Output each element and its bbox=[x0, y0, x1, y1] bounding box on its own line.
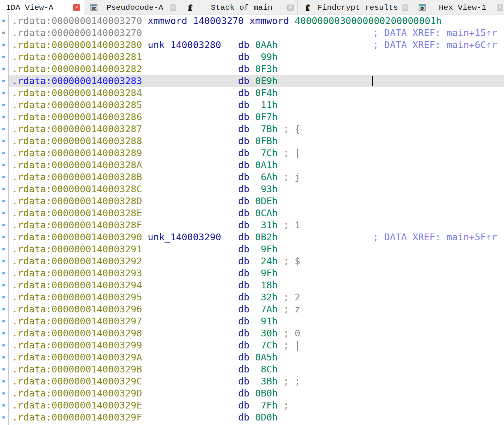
listing-row[interactable]: .rdata:000000014000329Adb0A5h bbox=[9, 351, 504, 363]
gutter-dot bbox=[2, 236, 5, 238]
byte-char-comment: ; | bbox=[278, 340, 300, 351]
listing-row[interactable]: .rdata:0000000140003292db24h; $ bbox=[9, 255, 504, 267]
listing-rows: .rdata:0000000140003270xmmword_140003270… bbox=[0, 15, 504, 423]
data-type-keyword: db bbox=[238, 75, 249, 87]
address: .rdata:0000000140003290 bbox=[12, 231, 148, 243]
address: .rdata:000000014000328E bbox=[12, 207, 148, 219]
gutter-dot bbox=[2, 368, 5, 371]
listing-row[interactable]: .rdata:0000000140003297db91h bbox=[9, 315, 504, 327]
listing-row[interactable]: .rdata:0000000140003296db7Ah; z bbox=[9, 303, 504, 315]
close-icon[interactable]: ✕ bbox=[170, 5, 176, 11]
address: .rdata:000000014000328B bbox=[12, 171, 148, 183]
byte-char-comment: ; z bbox=[278, 304, 300, 315]
close-icon[interactable]: ✕ bbox=[73, 4, 80, 11]
listing-row[interactable]: .rdata:000000014000329Edb7Fh; bbox=[9, 399, 504, 411]
address: .rdata:0000000140003295 bbox=[12, 291, 148, 303]
listing-row[interactable]: .rdata:0000000140003299db7Ch; | bbox=[9, 339, 504, 351]
address: .rdata:000000014000328C bbox=[12, 183, 148, 195]
data-value: 91h bbox=[249, 315, 278, 327]
gutter-dot bbox=[2, 140, 5, 142]
data-type-keyword: db bbox=[238, 243, 249, 255]
gutter-dot bbox=[2, 152, 5, 154]
tab-pseudocode-a[interactable]: Pseudocode-A✕ bbox=[84, 0, 180, 15]
listing-row[interactable]: .rdata:0000000140003291db9Fh bbox=[9, 243, 504, 255]
listing-row[interactable]: .rdata:0000000140003287db7Bh; { bbox=[9, 123, 504, 135]
gutter-dot bbox=[2, 392, 5, 395]
listing-row[interactable]: .rdata:0000000140003283db0E9h bbox=[9, 75, 504, 87]
listing-row[interactable]: .rdata:0000000140003270; DATA XREF: main… bbox=[9, 27, 504, 39]
gutter-dot bbox=[2, 284, 5, 286]
address: .rdata:0000000140003297 bbox=[12, 315, 148, 327]
data-type-keyword: db bbox=[238, 171, 249, 183]
byte-char-comment: ; | bbox=[278, 148, 300, 158]
data-value: 6Ah bbox=[249, 171, 278, 183]
listing-row[interactable]: .rdata:0000000140003289db7Ch; | bbox=[9, 147, 504, 159]
data-value: 0E9h bbox=[249, 75, 278, 87]
pseudocode-icon bbox=[90, 4, 98, 11]
address: .rdata:0000000140003286 bbox=[12, 111, 148, 123]
gutter-dot bbox=[2, 200, 5, 202]
gutter-dot bbox=[2, 260, 5, 262]
gutter-dot bbox=[2, 176, 5, 178]
tab-ida-view-a[interactable]: IDA View-A✕ bbox=[0, 0, 84, 15]
listing-row[interactable]: .rdata:0000000140003280unk_140003280db0A… bbox=[9, 39, 504, 51]
data-type-keyword: db bbox=[238, 207, 249, 219]
byte-char-comment: ; j bbox=[278, 172, 300, 182]
data-value: 7Fh bbox=[249, 399, 278, 411]
close-icon[interactable]: ✕ bbox=[402, 5, 408, 11]
hex-view-icon bbox=[418, 4, 426, 11]
data-value: 8Ch bbox=[249, 363, 278, 375]
tab-stack-of-main[interactable]: Stack of main✕ bbox=[180, 0, 298, 15]
byte-char-comment: ; bbox=[278, 400, 289, 411]
gutter-dot bbox=[2, 416, 5, 419]
listing-row[interactable]: .rdata:000000014000329Ddb0B0h bbox=[9, 387, 504, 399]
listing-row[interactable]: .rdata:0000000140003282db0F3h bbox=[9, 63, 504, 75]
tab-findcrypt-results[interactable]: Findcrypt results✕ bbox=[298, 0, 412, 15]
close-icon[interactable]: ✕ bbox=[497, 5, 503, 11]
gutter-dot bbox=[2, 380, 5, 383]
listing-row[interactable]: .rdata:000000014000329Fdb0D0h bbox=[9, 411, 504, 423]
address: .rdata:0000000140003270 bbox=[12, 27, 148, 39]
listing-row[interactable]: .rdata:0000000140003294db18h bbox=[9, 279, 504, 291]
address: .rdata:0000000140003282 bbox=[12, 63, 148, 75]
data-value: 0A5h bbox=[249, 351, 278, 363]
disassembly-listing: .rdata:0000000140003270xmmword_140003270… bbox=[0, 15, 504, 425]
data-value: 0F3h bbox=[249, 63, 278, 75]
listing-row[interactable]: .rdata:0000000140003290unk_140003290db0B… bbox=[9, 231, 504, 243]
close-icon[interactable]: ✕ bbox=[287, 5, 294, 11]
tab-hex-view-1[interactable]: Hex View-1✕ bbox=[412, 0, 504, 15]
listing-row[interactable]: .rdata:0000000140003288db0FBh bbox=[9, 135, 504, 147]
xref-comment: ; DATA XREF: main+5F↑r bbox=[373, 231, 497, 243]
listing-row[interactable]: .rdata:0000000140003293db9Fh bbox=[9, 267, 504, 279]
listing-row[interactable]: .rdata:000000014000329Cdb3Bh; ; bbox=[9, 375, 504, 387]
listing-row[interactable]: .rdata:0000000140003270xmmword_140003270… bbox=[9, 15, 504, 27]
data-type-keyword: db bbox=[238, 339, 249, 351]
data-type-keyword: db bbox=[238, 111, 249, 123]
data-value: 0A1h bbox=[249, 159, 278, 171]
listing-row[interactable]: .rdata:000000014000328Cdb93h bbox=[9, 183, 504, 195]
listing-row[interactable]: .rdata:000000014000328Adb0A1h bbox=[9, 159, 504, 171]
listing-row[interactable]: .rdata:000000014000328Edb0CAh bbox=[9, 207, 504, 219]
listing-row[interactable]: .rdata:0000000140003295db32h; 2 bbox=[9, 291, 504, 303]
data-type-keyword: db bbox=[238, 279, 249, 291]
listing-row[interactable]: .rdata:000000014000328Fdb31h; 1 bbox=[9, 219, 504, 231]
listing-row[interactable]: .rdata:0000000140003281db99h bbox=[9, 51, 504, 63]
listing-row[interactable]: .rdata:000000014000329Bdb8Ch bbox=[9, 363, 504, 375]
listing-row[interactable]: .rdata:000000014000328Ddb0DEh bbox=[9, 195, 504, 207]
listing-row[interactable]: .rdata:0000000140003286db0F7h bbox=[9, 111, 504, 123]
gutter-dot bbox=[2, 404, 5, 407]
listing-row[interactable]: .rdata:0000000140003298db30h; 0 bbox=[9, 327, 504, 339]
xref-comment: ; DATA XREF: main+15↑r bbox=[373, 27, 497, 39]
data-type-keyword: db bbox=[238, 255, 249, 267]
listing-row[interactable]: .rdata:0000000140003285db11h bbox=[9, 99, 504, 111]
data-type-keyword: db bbox=[238, 387, 249, 399]
data-type-keyword: xmmword bbox=[249, 15, 289, 26]
address: .rdata:0000000140003294 bbox=[12, 279, 148, 291]
data-type-keyword: db bbox=[238, 399, 249, 411]
data-type-keyword: db bbox=[238, 351, 249, 363]
ida-portrait-icon bbox=[186, 4, 194, 11]
gutter-dot bbox=[2, 20, 5, 22]
listing-row[interactable]: .rdata:000000014000328Bdb6Ah; j bbox=[9, 171, 504, 183]
byte-char-comment: ; 1 bbox=[278, 220, 300, 231]
listing-row[interactable]: .rdata:0000000140003284db0F4h bbox=[9, 87, 504, 99]
